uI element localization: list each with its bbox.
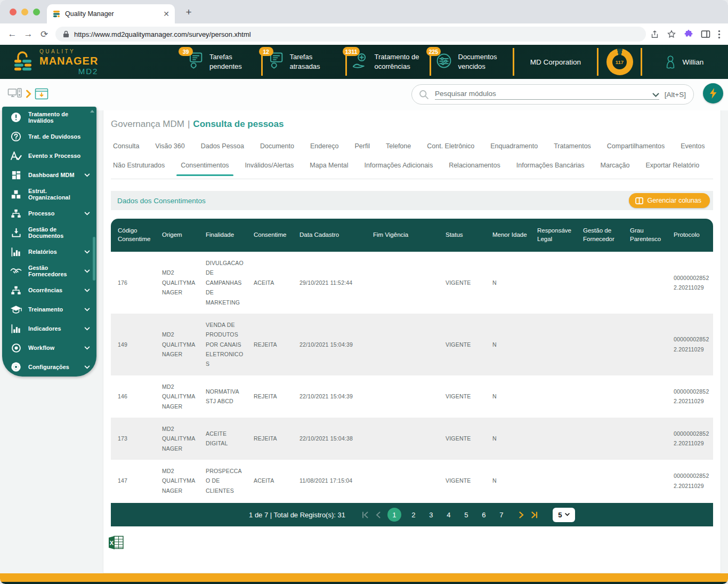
tab-visao-360[interactable]: Visão 360 bbox=[155, 142, 184, 150]
tab-dados-pessoa[interactable]: Dados Pessoa bbox=[201, 142, 244, 150]
extensions-puzzle-icon[interactable] bbox=[684, 29, 693, 39]
page-number-4[interactable]: 4 bbox=[443, 508, 454, 522]
col-data-cadastro: Data Cadastro bbox=[295, 231, 369, 239]
previous-page-icon[interactable] bbox=[376, 511, 381, 518]
sidebar-item-treinamento[interactable]: Treinamento bbox=[2, 300, 96, 319]
tab-telefone[interactable]: Telefone bbox=[386, 142, 411, 150]
sidebar-item-tratamento-de-invalidos[interactable]: Tratamento de Inválidos bbox=[2, 108, 96, 127]
tab-documento[interactable]: Documento bbox=[260, 142, 294, 150]
tab-tratamentos[interactable]: Tratamentos bbox=[554, 142, 591, 150]
tab-invalidos-alertas[interactable]: Inválidos/Alertas bbox=[245, 162, 294, 169]
header-company[interactable]: MD Corporation bbox=[513, 48, 597, 76]
tab-close-icon[interactable]: ✕ bbox=[163, 10, 169, 18]
sidebar-item-gestao-de-documentos[interactable]: Gestão de Documentos bbox=[2, 223, 96, 242]
chevron-down-icon bbox=[84, 289, 90, 292]
sidebar-scrollbar[interactable] bbox=[93, 237, 95, 281]
sidebar-item-dashboard-mdm[interactable]: Dashboard MDM bbox=[2, 165, 96, 185]
tab-endereco[interactable]: Endereço bbox=[310, 142, 339, 150]
sidebar-item-estrut-organizacional[interactable]: Estrut. Organizacional bbox=[2, 185, 96, 204]
app-logo[interactable]: QUALITY MANAGER MD2 bbox=[0, 49, 187, 75]
table-row[interactable]: 149 MD2 QUALITYMANAGER VENDA DE PRODUTOS… bbox=[111, 314, 713, 375]
chevron-down-icon[interactable] bbox=[652, 93, 659, 98]
tab-marcacao[interactable]: Marcação bbox=[601, 162, 630, 169]
module-window-icon[interactable] bbox=[35, 88, 48, 100]
dashboard-icon bbox=[10, 170, 22, 180]
quick-action-button[interactable] bbox=[703, 83, 723, 103]
sidebar-scroll-up-icon[interactable] bbox=[90, 110, 94, 113]
sidebar-item-processo[interactable]: Processo bbox=[2, 204, 96, 223]
search-icon bbox=[418, 89, 430, 100]
page-number-1[interactable]: 1 bbox=[387, 508, 401, 522]
header-user[interactable]: Willian bbox=[641, 48, 725, 76]
sidebar-item-workflow[interactable]: Workflow bbox=[2, 338, 96, 357]
chevron-down-icon bbox=[84, 346, 90, 350]
tab-nao-estruturados[interactable]: Não Estruturados bbox=[113, 162, 165, 169]
maximize-window-button[interactable] bbox=[33, 9, 40, 15]
back-icon[interactable]: ← bbox=[4, 29, 20, 39]
tab-informacoes-bancarias[interactable]: Informações Bancárias bbox=[516, 162, 585, 169]
table-row[interactable]: 176 MD2 QUALITYMANAGER DIVULGACAO DE CAM… bbox=[111, 252, 713, 314]
table-row[interactable]: 147 MD2 QUALITYMANAGER PROSPECCAO DE CLI… bbox=[111, 460, 713, 502]
table-row[interactable]: 173 MD2 QUALITYMANAGER ACEITE DIGITAL RE… bbox=[111, 418, 713, 460]
export-excel-button[interactable]: X bbox=[108, 535, 124, 553]
sidebar-item-indicadores[interactable]: Indicadores bbox=[2, 319, 96, 338]
sidebar-item-relatorios[interactable]: Relatórios bbox=[2, 242, 96, 261]
page-number-2[interactable]: 2 bbox=[408, 508, 419, 522]
page-number-7[interactable]: 7 bbox=[496, 508, 507, 522]
system-computer-icon[interactable] bbox=[7, 87, 22, 100]
kebab-menu-icon[interactable] bbox=[718, 30, 721, 39]
next-page-icon[interactable] bbox=[519, 511, 524, 518]
manage-columns-button[interactable]: Gerenciar colunas bbox=[629, 193, 710, 208]
sidebar-item-trat-de-duvidosos[interactable]: Trat. de Duvidosos bbox=[2, 127, 96, 146]
side-panel-icon[interactable] bbox=[701, 30, 710, 38]
tab-enquadramento[interactable]: Enquadramento bbox=[490, 142, 538, 150]
sidebar-item-configuracoes[interactable]: Configurações bbox=[2, 357, 96, 377]
table-header-row: Código Consentime Origem Finalidade Cons… bbox=[111, 219, 713, 252]
tab-consentimentos[interactable]: Consentimentos bbox=[181, 162, 229, 169]
module-search[interactable]: [Alt+S] bbox=[411, 84, 694, 105]
bar-chart-icon bbox=[10, 324, 22, 334]
page-number-5[interactable]: 5 bbox=[461, 508, 472, 522]
last-page-icon[interactable] bbox=[531, 511, 538, 518]
header-nav-expired-documents[interactable]: 225 Documentos vencidos bbox=[430, 48, 513, 76]
page-number-6[interactable]: 6 bbox=[479, 508, 489, 522]
first-page-icon[interactable] bbox=[361, 511, 369, 518]
url-field[interactable]: https://www.md2qualitymanager.com/survey… bbox=[55, 27, 646, 42]
close-window-button[interactable] bbox=[10, 9, 17, 15]
sidebar-item-evento-x-processo[interactable]: Evento x Processo bbox=[2, 146, 96, 165]
header-nav-late-tasks[interactable]: 12 Tarefas atrasadas bbox=[261, 48, 345, 76]
page-number-3[interactable]: 3 bbox=[426, 508, 436, 522]
padlock-logo-icon bbox=[12, 51, 34, 73]
table-row[interactable]: 146 MD2 QUALITYMANAGER NORMATIVA STJ ABC… bbox=[111, 375, 713, 418]
sidebar-item-gestao-fornecedores[interactable]: Gestão Fornecedores bbox=[2, 261, 96, 281]
page-size-select[interactable]: 5 bbox=[553, 508, 575, 522]
tab-compartilhamentos[interactable]: Compartilhamentos bbox=[607, 142, 665, 150]
new-tab-button[interactable]: + bbox=[182, 6, 195, 19]
tab-exportar-relatorio[interactable]: Exportar Relatório bbox=[645, 162, 699, 169]
section-header: Dados dos Consentimentos Gerenciar colun… bbox=[111, 191, 713, 210]
breadcrumb-category: Governança MDM bbox=[111, 119, 184, 129]
tab-mapa-mental[interactable]: Mapa Mental bbox=[310, 162, 348, 169]
bookmark-star-icon[interactable] bbox=[667, 29, 676, 39]
logo-quality: QUALITY bbox=[39, 49, 98, 54]
header-nav-occurrence-treatment[interactable]: 1311 Tratamento de ocorrências bbox=[345, 48, 430, 76]
hierarchy-icon bbox=[10, 285, 22, 295]
tab-eventos[interactable]: Eventos bbox=[681, 142, 705, 150]
sidebar-item-ocorrencias[interactable]: Ocorrências bbox=[2, 281, 96, 300]
tab-relacionamentos[interactable]: Relacionamentos bbox=[449, 162, 500, 169]
process-icon bbox=[10, 209, 22, 219]
tab-perfil[interactable]: Perfil bbox=[354, 142, 369, 150]
search-input[interactable] bbox=[435, 90, 648, 98]
reload-icon[interactable]: ⟳ bbox=[36, 29, 52, 40]
share-icon[interactable] bbox=[650, 30, 659, 39]
tab-consulta[interactable]: Consulta bbox=[113, 142, 139, 150]
header-gauge[interactable]: 117 bbox=[597, 48, 641, 76]
pagination-controls: 1 2 3 4 5 6 7 5 bbox=[361, 508, 575, 522]
minimize-window-button[interactable] bbox=[21, 9, 28, 15]
tab-informacoes-adicionais[interactable]: Informações Adicionais bbox=[365, 162, 433, 169]
download-document-icon bbox=[10, 228, 22, 238]
header-nav-pending-tasks[interactable]: 39 Tarefas pendentes bbox=[187, 48, 261, 76]
tab-cont-eletronico[interactable]: Cont. Eletrônico bbox=[427, 142, 474, 150]
browser-tab[interactable]: Quality Manager ✕ bbox=[47, 4, 175, 23]
forward-icon[interactable]: → bbox=[20, 29, 36, 39]
